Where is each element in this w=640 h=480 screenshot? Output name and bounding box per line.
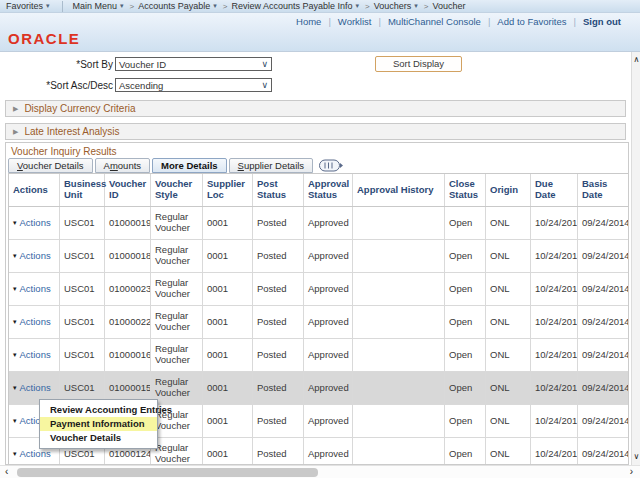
breadcrumb-separator: > (365, 2, 370, 11)
multichannel-console-link[interactable]: MultiChannel Console (388, 16, 481, 27)
menu-item-voucher-details[interactable]: Voucher Details (40, 431, 157, 445)
column-header[interactable]: Voucher ID (105, 174, 151, 206)
show-all-columns-icon[interactable] (319, 159, 345, 172)
cell-basis: 09/24/2014 (578, 273, 629, 305)
column-header[interactable]: Origin (486, 174, 531, 206)
sort-asc-desc-select[interactable]: Ascending ∨ (115, 78, 272, 92)
menu-item-payment-information[interactable]: Payment Information (40, 417, 157, 431)
scroll-right-icon[interactable]: › (630, 466, 633, 478)
tab-voucher-details[interactable]: Voucher Details (8, 158, 93, 173)
cell-style: Regular Voucher (151, 306, 203, 338)
actions-link[interactable]: Actions (20, 449, 51, 460)
column-header[interactable]: Business Unit (60, 174, 105, 206)
late-interest-analysis-section[interactable]: ▶ Late Interest Analysis (5, 123, 626, 140)
menu-item-review-accounting-entries[interactable]: Review Accounting Entries (40, 403, 157, 417)
cell-loc: 0001 (203, 240, 253, 272)
cell-voucher_id: 01000019 (105, 207, 151, 239)
sort-by-select[interactable]: Voucher ID ∨ (115, 57, 272, 71)
favorites-menu[interactable]: Favorites (6, 1, 43, 11)
oracle-logo: ORACLE (8, 30, 80, 47)
cell-loc: 0001 (203, 339, 253, 371)
scroll-up-icon[interactable]: ∧ (632, 55, 640, 65)
scroll-left-icon[interactable]: ‹ (5, 466, 8, 478)
horizontal-scroll-thumb[interactable] (17, 468, 318, 477)
header-links: Home | Worklist | MultiChannel Console |… (289, 16, 628, 27)
scroll-down-icon[interactable]: ∨ (632, 452, 640, 462)
breadcrumb-item-accounts-payable[interactable]: Accounts Payable (138, 1, 210, 11)
column-header[interactable]: Basis Date (578, 174, 629, 206)
chevron-down-icon: ▾ (356, 2, 360, 10)
expand-arrow-icon: ▶ (13, 105, 18, 113)
breadcrumb-item-voucher: Voucher (432, 1, 465, 11)
cell-due: 10/24/2014 (531, 306, 578, 338)
column-header[interactable]: Voucher Style (151, 174, 203, 206)
breadcrumb-item-main-menu[interactable]: Main Menu (73, 1, 118, 11)
sign-out-link[interactable]: Sign out (583, 16, 621, 27)
display-currency-criteria-section[interactable]: ▶ Display Currency Criteria (5, 100, 626, 117)
sort-asc-desc-value: Ascending (119, 80, 163, 91)
tab-supplier-details[interactable]: Supplier Details (229, 158, 314, 173)
cell-post: Posted (253, 207, 304, 239)
cell-history (353, 405, 445, 437)
chevron-down-icon: ▾ (414, 2, 418, 10)
vertical-scrollbar: ∧ ∨ (631, 52, 640, 465)
cell-approval: Approved (304, 339, 353, 371)
link-separator: | (328, 16, 330, 27)
header-band: Home | Worklist | MultiChannel Console |… (0, 13, 640, 52)
cell-basis: 09/24/2014 (578, 405, 629, 437)
breadcrumb-item-review-ap-info[interactable]: Review Accounts Payable Info (231, 1, 352, 11)
cell-bu: USC01 (60, 306, 105, 338)
cell-basis: 09/24/2014 (578, 240, 629, 272)
table-row: ▾ActionsUSC0101000023Regular Voucher0001… (9, 273, 629, 306)
actions-link[interactable]: Actions (20, 251, 51, 262)
sort-display-button[interactable]: Sort Display (375, 56, 462, 72)
column-header[interactable]: Approval History (353, 174, 445, 206)
add-to-favorites-link[interactable]: Add to Favorites (497, 16, 566, 27)
cell-close: Open (445, 240, 486, 272)
actions-link[interactable]: Actions (20, 350, 51, 361)
expand-arrow-icon: ▶ (13, 128, 18, 136)
link-separator: | (488, 16, 490, 27)
worklist-link[interactable]: Worklist (338, 16, 372, 27)
chevron-down-icon: ▾ (46, 2, 50, 10)
cell-post: Posted (253, 273, 304, 305)
chevron-down-icon: ▾ (213, 2, 217, 10)
cell-bu: USC01 (60, 273, 105, 305)
column-header[interactable]: Actions (9, 174, 60, 206)
table-row: ▾ActionsUSC0101000019Regular Voucher0001… (9, 207, 629, 240)
actions-popup-menu: Review Accounting Entries Payment Inform… (39, 399, 158, 449)
table-row: ▾ActionsUSC0101000022Regular Voucher0001… (9, 306, 629, 339)
cell-close: Open (445, 405, 486, 437)
cell-history (353, 372, 445, 404)
column-header[interactable]: Close Status (445, 174, 486, 206)
breadcrumb-separator: > (130, 2, 135, 11)
actions-link[interactable]: Actions (20, 383, 51, 394)
actions-link[interactable]: Actions (20, 218, 51, 229)
actions-link[interactable]: Actions (20, 284, 51, 295)
cell-loc: 0001 (203, 306, 253, 338)
tab-more-details[interactable]: More Details (152, 158, 227, 173)
cell-origin: ONL (486, 405, 531, 437)
cell-due: 10/24/2014 (531, 372, 578, 404)
cell-approval: Approved (304, 273, 353, 305)
chevron-down-icon: ∨ (261, 60, 268, 69)
cell-origin: ONL (486, 207, 531, 239)
breadcrumb-item-vouchers[interactable]: Vouchers (374, 1, 412, 11)
column-header[interactable]: Due Date (531, 174, 578, 206)
actions-link[interactable]: Actions (20, 317, 51, 328)
column-header[interactable]: Approval Status (304, 174, 353, 206)
actions-cell: ▾Actions (9, 306, 60, 338)
cell-bu: USC01 (60, 339, 105, 371)
tab-amounts[interactable]: Amounts (95, 158, 151, 173)
cell-close: Open (445, 273, 486, 305)
column-header[interactable]: Supplier Loc (203, 174, 253, 206)
divider (62, 1, 63, 12)
cell-style: Regular Voucher (151, 207, 203, 239)
home-link[interactable]: Home (296, 16, 321, 27)
column-header[interactable]: Post Status (253, 174, 304, 206)
actions-cell: ▾Actions (9, 273, 60, 305)
cell-due: 10/24/2014 (531, 273, 578, 305)
actions-dropdown-icon: ▾ (13, 318, 17, 326)
cell-style: Regular Voucher (151, 240, 203, 272)
cell-origin: ONL (486, 438, 531, 464)
